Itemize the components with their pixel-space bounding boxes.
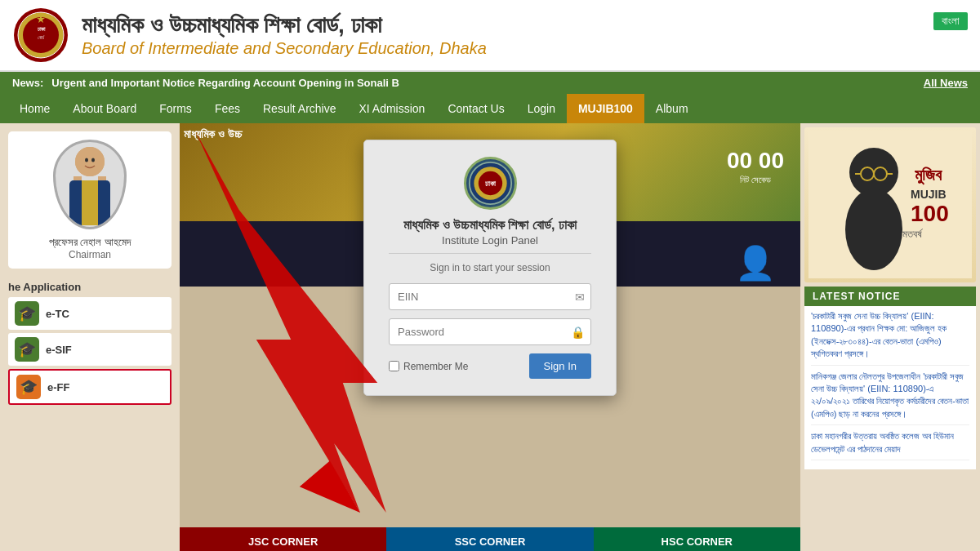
- eiin-input[interactable]: [389, 283, 591, 310]
- notice-item-2[interactable]: মানিকগঞ্জ জেলার নৌলতপুর উপজেলাধীন 'চরকাট…: [811, 371, 969, 426]
- eiin-field-group: ✉: [389, 283, 591, 310]
- modal-title-bn: মাধ্যমিক ও উচ্চমাধ্যমিক শিক্ষা বোর্ড, ঢা…: [389, 218, 591, 233]
- svg-rect-13: [98, 176, 106, 180]
- news-ticker: News: Urgent and Important Notice Regard…: [0, 72, 980, 94]
- title-bangla: মাধ্যমিক ও উচ্চমাধ্যমিক শিক্ষা বোর্ড, ঢা…: [82, 12, 968, 39]
- all-news-link[interactable]: All News: [924, 77, 968, 89]
- nav-about[interactable]: About Board: [61, 94, 148, 123]
- notice-items: 'চরকাটারী সবুজ সেনা উচ্চ বিদ্যালয়' (EII…: [804, 306, 976, 469]
- esif-icon: 🎓: [15, 337, 39, 362]
- app-item-etc[interactable]: 🎓 e-TC: [8, 297, 172, 330]
- modal-title-en: Institute Login Panel: [389, 234, 591, 247]
- banner-text: মাধ্যমিক ও উচ্চ: [184, 127, 242, 141]
- svg-text:ঢাকা: ঢাকা: [38, 26, 46, 32]
- nav-result[interactable]: Result Archive: [252, 94, 347, 123]
- modal-logo: ঢাকা: [389, 157, 591, 210]
- chairman-photo: [53, 140, 127, 229]
- jsc-corner[interactable]: JSC CORNER: [180, 527, 386, 551]
- signin-button[interactable]: Sign In: [529, 353, 591, 379]
- chairman-section: প্রফেসর নেহাল আহমেদ Chairman: [8, 131, 172, 269]
- nav-mujib[interactable]: MUJIB100: [567, 94, 644, 123]
- nav-contact[interactable]: Contact Us: [436, 94, 515, 123]
- app-section: he Application 🎓 e-TC 🎓 e-SIF 🎓 e-FF: [8, 277, 172, 405]
- countdown: 00 00 নিট সেকেড: [727, 148, 784, 185]
- svg-rect-8: [82, 180, 98, 225]
- modal-signin-text: Sign in to start your session: [389, 253, 591, 273]
- navigation: Home About Board Forms Fees Result Archi…: [0, 94, 980, 123]
- center-content: মাধ্যমিক ও উচ্চ 00 00 নিট সেকেড 👤 ঢাক: [180, 123, 800, 551]
- app-item-esif[interactable]: 🎓 e-SIF: [8, 333, 172, 366]
- svg-point-9: [75, 147, 105, 176]
- notice-item-1[interactable]: 'চরকাটারী সবুজ সেনা উচ্চ বিদ্যালয়' (EII…: [811, 310, 969, 366]
- header-text: মাধ্যমিক ও উচ্চমাধ্যমিক শিক্ষা বোর্ড, ঢা…: [82, 12, 968, 58]
- svg-rect-12: [74, 176, 82, 180]
- app-item-eff[interactable]: 🎓 e-FF: [8, 369, 172, 405]
- nav-forms[interactable]: Forms: [148, 94, 203, 123]
- etc-label: e-TC: [46, 308, 69, 320]
- svg-point-11: [91, 158, 95, 162]
- ssc-corner[interactable]: SSC CORNER: [386, 527, 593, 551]
- eff-label: e-FF: [47, 381, 69, 393]
- nav-home[interactable]: Home: [8, 94, 61, 123]
- news-content: Urgent and Important Notice Regarding Ac…: [51, 77, 911, 89]
- nav-fees[interactable]: Fees: [203, 94, 252, 123]
- chairman-name: প্রফেসর নেহাল আহমেদ: [16, 236, 163, 249]
- remember-me-label[interactable]: Remember Me: [389, 361, 468, 372]
- svg-marker-19: [300, 460, 360, 513]
- title-english: Board of Intermediate and Secondary Educ…: [82, 39, 968, 58]
- svg-point-22: [845, 189, 902, 270]
- banner-portrait: 👤: [735, 244, 776, 282]
- nav-xi[interactable]: XI Admission: [347, 94, 436, 123]
- left-sidebar: প্রফেসর নেহাল আহমেদ Chairman he Applicat…: [0, 123, 180, 551]
- remember-me-checkbox[interactable]: [389, 361, 399, 371]
- nav-album[interactable]: Album: [644, 94, 700, 123]
- news-label: News:: [12, 77, 43, 89]
- etc-icon: 🎓: [15, 301, 39, 326]
- svg-point-10: [85, 158, 88, 162]
- modal-logo-circle: ঢাকা: [464, 157, 517, 210]
- latest-notice: LATEST NOTICE 'চরকাটারী সবুজ সেনা উচ্চ ব…: [804, 287, 976, 469]
- modal-bottom: Remember Me Sign In: [389, 353, 591, 379]
- bangla-button[interactable]: বাংলা: [933, 12, 968, 30]
- svg-text:মুজিব: মুজিব: [915, 166, 942, 185]
- nav-login[interactable]: Login: [516, 94, 567, 123]
- login-modal: ঢাকা মাধ্যমিক ও উচ্চমাধ্যমিক শিক্ষা বোর্…: [363, 140, 617, 396]
- svg-text:100: 100: [911, 201, 949, 226]
- eiin-icon: ✉: [575, 291, 585, 304]
- svg-text:MUJIB: MUJIB: [911, 188, 947, 201]
- mujib-banner: মুজিব MUJIB 100 মতবর্ষ: [804, 127, 976, 282]
- chairman-title: Chairman: [16, 249, 163, 260]
- logo: ঢাকা বোর্ড: [12, 7, 69, 64]
- notice-header: LATEST NOTICE: [804, 287, 976, 306]
- esif-label: e-SIF: [46, 344, 72, 356]
- right-panel: মুজিব MUJIB 100 মতবর্ষ LATEST NOTICE 'চর…: [800, 123, 980, 551]
- hsc-corner[interactable]: HSC CORNER: [594, 527, 800, 551]
- password-input[interactable]: [389, 318, 591, 345]
- header: ঢাকা বোর্ড মাধ্যমিক ও উচ্চমাধ্যমিক শিক্ষ…: [0, 0, 980, 72]
- main-content: প্রফেসর নেহাল আহমেদ Chairman he Applicat…: [0, 123, 980, 551]
- svg-text:মতবর্ষ: মতবর্ষ: [902, 228, 924, 240]
- svg-text:ঢাকা: ঢাকা: [485, 180, 497, 188]
- lock-icon: 🔒: [571, 326, 585, 339]
- notice-item-3[interactable]: ঢাকা মহানগরীর উত্তরায় অবষ্ঠিত কলেজ অব হ…: [811, 430, 969, 460]
- app-section-title: he Application: [8, 277, 172, 297]
- bottom-corners: JSC CORNER SSC CORNER HSC CORNER: [180, 527, 800, 551]
- eff-icon: 🎓: [16, 375, 41, 399]
- password-field-group: 🔒: [389, 318, 591, 345]
- svg-text:বোর্ড: বোর্ড: [38, 34, 45, 40]
